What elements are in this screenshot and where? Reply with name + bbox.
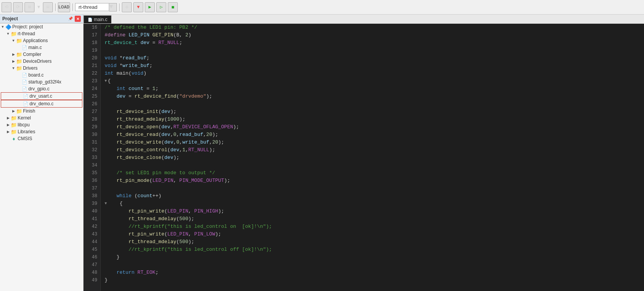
tree-item-project-root[interactable]: ▼🔷Project: project bbox=[0, 23, 83, 30]
expand-icon-finish[interactable]: ▶ bbox=[11, 108, 16, 114]
line-num-32: 32 bbox=[87, 146, 97, 154]
toolbar-btn-settings[interactable]: ⚙ bbox=[122, 2, 132, 12]
line-num-46: 46 bbox=[87, 253, 97, 261]
item-icon-rt-thread: 📁 bbox=[11, 31, 17, 37]
toolbar-btn-1[interactable]: ⟲ bbox=[2, 2, 11, 12]
pin-icon[interactable]: 📌 bbox=[68, 16, 73, 21]
code-text-46: } bbox=[105, 253, 120, 261]
code-text-24: int count = 1; bbox=[105, 85, 158, 93]
item-icon-finish: 📁 bbox=[16, 108, 22, 114]
line-num-41: 41 bbox=[87, 215, 97, 223]
code-line-45: //rt_kprintf("this is led_control off [o… bbox=[105, 246, 640, 253]
code-text-22: int main(void) bbox=[105, 70, 146, 77]
expand-icon-kernel[interactable]: ▶ bbox=[5, 115, 11, 121]
expand-icon-libraries[interactable]: ▶ bbox=[5, 129, 11, 134]
tree-label-kernel: Kernel bbox=[18, 115, 31, 121]
tree-item-compiler[interactable]: ▶📁Compiler bbox=[0, 51, 83, 58]
tree-item-libcpu[interactable]: ▶📁libcpu bbox=[0, 121, 83, 128]
expand-icon-devicedrivers[interactable]: ▶ bbox=[11, 59, 16, 64]
code-text-16: /* defined the LED1 pin: PB2 */ bbox=[105, 24, 197, 31]
expand-icon-libcpu[interactable]: ▶ bbox=[5, 122, 11, 128]
toolbar-btn-2[interactable]: ⟳ bbox=[13, 2, 23, 12]
code-line-31: rt_device_write(dev,0,write_buf,20); bbox=[105, 139, 640, 146]
fold-icon-23[interactable]: ▼ bbox=[105, 77, 107, 85]
tab-main-c[interactable]: 📄 main.c bbox=[84, 15, 111, 23]
expand-icon-drivers[interactable]: ▼ bbox=[11, 65, 16, 71]
tree-item-main-c[interactable]: 📄main.c bbox=[0, 44, 83, 51]
item-icon-libraries: 📁 bbox=[11, 129, 17, 135]
expand-icon-rt-thread[interactable]: ▼ bbox=[5, 31, 11, 36]
close-icon[interactable]: ✕ bbox=[75, 16, 81, 22]
line-num-38: 38 bbox=[87, 192, 97, 200]
line-num-34: 34 bbox=[87, 162, 97, 169]
line-num-22: 22 bbox=[87, 70, 97, 77]
code-line-32: rt_device_control(dev,1,RT_NULL); bbox=[105, 146, 640, 154]
sidebar-panel: Project 📌 ✕ ▼🔷Project: project▼📁rt-threa… bbox=[0, 15, 84, 291]
toolbar-btn-green3[interactable]: ◼ bbox=[168, 2, 178, 12]
line-num-24: 24 bbox=[87, 85, 97, 93]
tree-item-startup[interactable]: 📄startup_gd32f4x bbox=[0, 78, 83, 85]
toolbar-btn-download[interactable]: ▼ bbox=[133, 2, 143, 12]
code-line-20: void *read_buf; bbox=[105, 54, 640, 62]
tree-item-drv-demo[interactable]: 📄drv_demo.c bbox=[1, 100, 82, 108]
line-num-44: 44 bbox=[87, 238, 97, 246]
editor-area: 📄 main.c 1617181920212223242526272829303… bbox=[84, 15, 644, 291]
toolbar: ⟲ ⟳ ⊞ ▼ ⊟ LOAD rt-thread ▼ ⚙ ▼ ▶ ▷ ◼ bbox=[0, 0, 644, 15]
tree-label-compiler: Compiler bbox=[23, 52, 41, 57]
code-editor[interactable]: 1617181920212223242526272829303132333435… bbox=[84, 24, 644, 291]
line-num-26: 26 bbox=[87, 100, 97, 108]
fold-icon-39[interactable]: ▼ bbox=[105, 200, 107, 208]
expand-icon-drv-usart[interactable] bbox=[17, 93, 23, 99]
code-text-48: return RT_EOK; bbox=[105, 269, 158, 276]
toolbar-dropdown[interactable]: ▼ bbox=[109, 3, 117, 11]
code-content[interactable]: /* defined the LED1 pin: PB2 */#define L… bbox=[101, 24, 644, 291]
sidebar-title: Project bbox=[2, 16, 18, 21]
tree-item-libraries[interactable]: ▶📁Libraries bbox=[0, 128, 83, 135]
tree-item-devicedrivers[interactable]: ▶📁DeviceDrivers bbox=[0, 58, 83, 65]
tab-file-icon: 📄 bbox=[88, 18, 92, 22]
item-icon-kernel: 📁 bbox=[11, 115, 17, 121]
tree-item-board-c[interactable]: 📄board.c bbox=[0, 72, 83, 78]
toolbar-btn-green1[interactable]: ▶ bbox=[145, 2, 155, 12]
line-num-47: 47 bbox=[87, 261, 97, 269]
tree-item-drv-gpio[interactable]: 📄drv_gpio.c bbox=[0, 85, 83, 92]
expand-icon-main-c[interactable] bbox=[16, 45, 21, 50]
item-icon-drv-demo: 📄 bbox=[23, 101, 29, 107]
code-text-25: dev = rt_device_find("drvdemo"); bbox=[105, 93, 212, 100]
toolbar-separator-1 bbox=[55, 3, 56, 11]
tree-item-drivers[interactable]: ▼📁Drivers bbox=[0, 65, 83, 72]
expand-icon-drv-gpio[interactable] bbox=[16, 86, 21, 92]
expand-icon-compiler[interactable]: ▶ bbox=[11, 52, 16, 57]
line-num-35: 35 bbox=[87, 169, 97, 177]
expand-icon-cmsis[interactable] bbox=[5, 136, 11, 141]
toolbar-btn-4[interactable]: ▼ bbox=[36, 2, 41, 12]
code-text-27: rt_device_init(dev); bbox=[105, 108, 176, 116]
toolbar-btn-load[interactable]: LOAD bbox=[58, 2, 70, 12]
item-icon-startup: 📄 bbox=[21, 79, 28, 85]
tree-item-cmsis[interactable]: ♦CMSIS bbox=[0, 135, 83, 142]
code-line-33: rt_device_close(dev); bbox=[105, 154, 640, 162]
code-line-34 bbox=[105, 162, 640, 169]
expand-icon-applications[interactable]: ▼ bbox=[11, 38, 16, 43]
tree-item-kernel[interactable]: ▶📁Kernel bbox=[0, 114, 83, 121]
code-text-30: rt_device_read(dev,0,read_buf,20); bbox=[105, 131, 218, 139]
line-num-29: 29 bbox=[87, 123, 97, 131]
tree-item-rt-thread[interactable]: ▼📁rt-thread bbox=[0, 30, 83, 37]
tree-item-drv-usart[interactable]: 📄drv_usart.c bbox=[1, 92, 82, 100]
expand-icon-project-root[interactable]: ▼ bbox=[0, 24, 5, 29]
expand-icon-board-c[interactable] bbox=[16, 72, 21, 78]
tree-label-drv-usart: drv_usart.c bbox=[29, 93, 52, 99]
code-text-21: void *write_buf; bbox=[105, 62, 152, 70]
item-icon-project-root: 🔷 bbox=[5, 24, 11, 30]
expand-icon-drv-demo[interactable] bbox=[17, 101, 23, 106]
code-line-25: dev = rt_device_find("drvdemo"); bbox=[105, 93, 640, 100]
tree-item-applications[interactable]: ▼📁Applications bbox=[0, 37, 83, 44]
item-icon-compiler: 📁 bbox=[16, 51, 22, 57]
expand-icon-startup[interactable] bbox=[16, 79, 21, 85]
tree-item-finish[interactable]: ▶📁Finish bbox=[0, 108, 83, 114]
toolbar-btn-3[interactable]: ⊞ bbox=[25, 2, 34, 12]
code-line-17: #define LED_PIN GET_PIN(B, 2) bbox=[105, 31, 640, 39]
line-num-23: 23 bbox=[87, 77, 97, 85]
toolbar-btn-green2[interactable]: ▷ bbox=[156, 2, 166, 12]
toolbar-btn-5[interactable]: ⊟ bbox=[43, 2, 53, 12]
